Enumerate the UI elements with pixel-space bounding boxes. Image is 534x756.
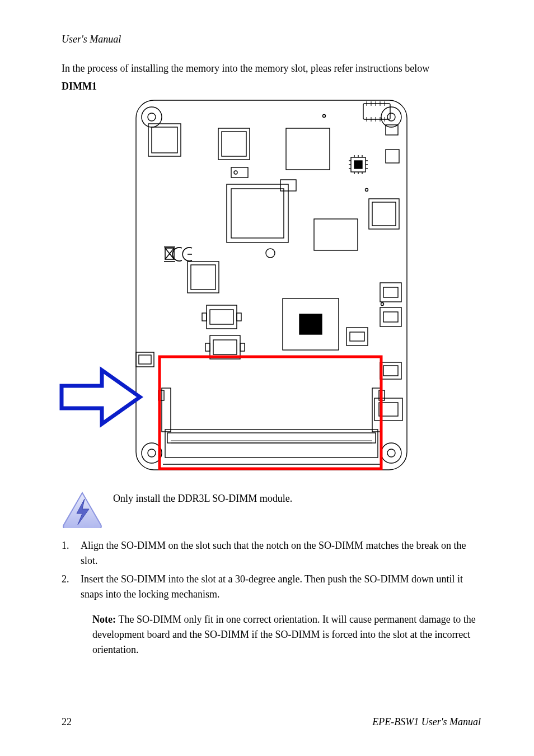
svg-rect-64	[213, 340, 237, 354]
svg-point-9	[266, 249, 275, 258]
note-text: The SO-DIMM only fit in one correct orie…	[92, 614, 476, 655]
note-paragraph: Note: The SO-DIMM only fit in one correc…	[92, 612, 481, 657]
page-number: 22	[62, 716, 72, 728]
page-footer: 22 EPE-BSW1 User's Manual	[62, 716, 481, 728]
step-2: 2. Insert the SO-DIMM into the slot at a…	[62, 572, 481, 602]
footer-title: EPE-BSW1 User's Manual	[372, 716, 481, 728]
svg-point-45	[234, 171, 237, 174]
svg-rect-82	[167, 433, 376, 443]
svg-rect-13	[152, 127, 177, 153]
svg-point-5	[148, 449, 156, 457]
svg-rect-62	[237, 313, 241, 321]
svg-rect-76	[139, 355, 151, 364]
svg-rect-83	[162, 388, 171, 432]
svg-rect-70	[383, 287, 398, 297]
svg-rect-74	[350, 332, 364, 341]
svg-rect-12	[148, 124, 181, 156]
step-1: 1. Align the SO-DIMM on the slot such th…	[62, 538, 481, 568]
svg-point-3	[387, 113, 395, 121]
svg-rect-72	[383, 312, 398, 322]
svg-rect-57	[188, 262, 219, 293]
svg-rect-60	[210, 310, 233, 324]
header-title: User's Manual	[62, 34, 121, 45]
svg-rect-47	[231, 189, 284, 238]
svg-rect-59	[207, 305, 237, 329]
svg-rect-46	[227, 184, 288, 242]
svg-rect-66	[240, 343, 245, 351]
svg-rect-14	[218, 128, 250, 160]
warning-text: Only install the DDR3L SO-DIMM module.	[113, 491, 292, 507]
svg-point-2	[381, 107, 401, 127]
intro-paragraph: In the process of installing the memory …	[62, 61, 481, 76]
svg-point-1	[148, 113, 156, 121]
board-diagram-container	[62, 95, 481, 475]
esd-warning-icon	[62, 491, 103, 528]
svg-point-11	[381, 303, 383, 306]
svg-rect-61	[202, 313, 207, 321]
dimm-label: DIMM1	[62, 81, 481, 92]
pcb-diagram	[132, 95, 411, 475]
svg-rect-78	[383, 366, 398, 376]
svg-rect-31	[354, 161, 362, 169]
svg-rect-68	[299, 314, 322, 334]
svg-point-8	[322, 115, 325, 118]
svg-rect-50	[369, 199, 399, 229]
step-number: 1.	[62, 538, 71, 568]
svg-rect-49	[314, 219, 358, 250]
arrow-right-icon	[56, 366, 146, 428]
svg-point-6	[381, 443, 401, 463]
step-text: Align the SO-DIMM on the slot such that …	[81, 538, 481, 568]
svg-rect-17	[363, 104, 390, 119]
svg-rect-58	[191, 265, 216, 290]
svg-rect-29	[386, 150, 399, 163]
svg-rect-16	[286, 128, 330, 170]
step-text: Insert the SO-DIMM into the slot at a 30…	[81, 572, 481, 602]
svg-rect-65	[205, 343, 210, 351]
svg-point-10	[365, 189, 368, 192]
step-number: 2.	[62, 572, 71, 602]
warning-row: Only install the DDR3L SO-DIMM module.	[62, 491, 481, 528]
svg-rect-51	[372, 202, 396, 226]
page-header: User's Manual	[62, 34, 481, 45]
svg-point-7	[387, 449, 395, 457]
svg-rect-88	[160, 357, 381, 469]
svg-rect-15	[222, 132, 246, 156]
note-label: Note:	[92, 614, 118, 625]
page: User's Manual In the process of installi…	[0, 0, 534, 756]
svg-rect-81	[165, 430, 378, 458]
install-steps: 1. Align the SO-DIMM on the slot such th…	[62, 538, 481, 657]
